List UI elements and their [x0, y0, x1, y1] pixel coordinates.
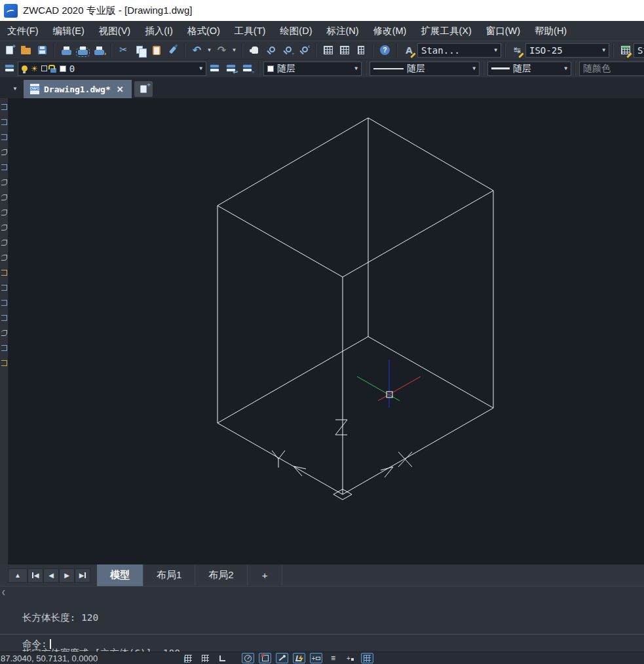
layer-select[interactable]: ☀ 0 ▼ — [18, 62, 206, 76]
linetype-sample — [373, 68, 404, 69]
ducs-toggle-icon[interactable]: + — [310, 653, 322, 663]
app-logo-icon[interactable] — [4, 4, 18, 18]
command-scroll-chevron-icon[interactable]: ❮ — [1, 588, 6, 597]
model-canvas[interactable] — [9, 98, 644, 564]
zoom-window-icon[interactable]: ▫ — [279, 43, 295, 58]
make-layer-current-icon[interactable] — [206, 61, 223, 77]
layer-lock-icon[interactable] — [50, 68, 56, 73]
draw-tool-point-icon[interactable] — [1, 300, 7, 306]
help-icon[interactable]: ? — [377, 43, 393, 58]
plot-export-icon[interactable]: › — [91, 43, 107, 58]
cut-icon[interactable]: ✂ — [115, 43, 132, 58]
dyn-toggle-icon[interactable] — [293, 653, 305, 663]
plot-icon[interactable] — [58, 43, 75, 58]
menu-draw[interactable]: 绘图(D) — [273, 22, 319, 41]
add-layout-icon[interactable]: + — [248, 564, 283, 586]
sheet-set-icon[interactable] — [352, 43, 369, 58]
next-layout-icon[interactable]: ▶ — [59, 568, 75, 583]
menu-format[interactable]: 格式(O) — [180, 22, 227, 41]
text-style-icon[interactable]: A — [401, 43, 417, 58]
tab-model[interactable]: 模型 — [97, 564, 143, 586]
layer-previous-icon[interactable]: ↩ — [223, 61, 239, 77]
table-cells-icon[interactable] — [336, 43, 352, 58]
draw-tool-make-block-icon[interactable] — [1, 285, 7, 291]
draw-tool-insert-block-icon[interactable] — [1, 270, 7, 276]
tab-layout1[interactable]: 布局1 — [143, 564, 195, 586]
draw-tool-region-icon[interactable] — [1, 345, 7, 351]
menu-tools[interactable]: 工具(T) — [227, 22, 273, 41]
linetype-select[interactable]: 随层 ▼ — [369, 62, 480, 76]
osnap-toggle-icon[interactable] — [259, 653, 271, 663]
copy-icon[interactable] — [132, 43, 148, 58]
table-style-icon[interactable] — [617, 43, 634, 58]
menu-modify[interactable]: 修改(M) — [366, 22, 414, 41]
draw-tool-ellipse-icon[interactable] — [1, 240, 7, 246]
quick-properties-toggle-icon[interactable]: + — [344, 653, 356, 663]
snap-toggle-icon[interactable] — [182, 653, 195, 663]
match-properties-icon[interactable] — [164, 43, 181, 58]
color-select[interactable]: 随层 ▼ — [263, 62, 362, 76]
first-layout-icon[interactable]: ◀ — [28, 568, 43, 583]
lineweight-select[interactable]: 随层 ▼ — [487, 62, 571, 76]
prev-layout-icon[interactable]: ◀ — [43, 568, 59, 583]
draw-tool-mtext-icon[interactable] — [1, 360, 7, 366]
command-input-row[interactable]: 命令: — [22, 638, 51, 650]
layer-states-icon[interactable]: ▫ — [239, 61, 256, 77]
draw-tool-revcloud-icon[interactable] — [1, 210, 7, 215]
doc-tab-active[interactable]: DWG Drawing1.dwg* ✕ — [24, 80, 132, 98]
otrack-toggle-icon[interactable] — [276, 653, 288, 663]
menu-express-tools[interactable]: 扩展工具(X) — [413, 22, 478, 41]
draw-tool-line-icon[interactable] — [1, 104, 7, 110]
layer-manager-icon[interactable] — [1, 61, 18, 77]
plot-preview-icon[interactable] — [75, 43, 91, 58]
tab-layout2[interactable]: 布局2 — [195, 564, 247, 586]
draw-tool-polyline-icon[interactable] — [1, 134, 7, 140]
dim-style-icon[interactable]: ↹ — [509, 43, 525, 58]
last-layout-icon[interactable]: ▶ — [75, 568, 90, 583]
menu-insert[interactable]: 插入(I) — [138, 22, 180, 41]
text-style-select[interactable]: Stan...▼ — [417, 43, 501, 58]
polar-toggle-icon[interactable] — [242, 653, 254, 663]
command-window[interactable]: ❮ 长方体长度: 120 指定方体宽度或 [立方体(C)]: 100 长方体高度… — [0, 586, 644, 652]
draw-tool-arc-icon[interactable] — [1, 179, 7, 185]
new-file-icon[interactable]: + — [1, 43, 18, 58]
redo-dropdown-icon[interactable]: ▼ — [230, 43, 238, 58]
paste-icon[interactable] — [148, 43, 164, 58]
doc-tab-close-icon[interactable]: ✕ — [115, 84, 125, 94]
draw-tool-rectangle-icon[interactable] — [1, 164, 7, 170]
layer-on-icon[interactable] — [22, 65, 28, 71]
ortho-toggle-icon[interactable] — [216, 653, 229, 663]
redo-icon[interactable]: ↷ — [214, 43, 230, 58]
menu-help[interactable]: 帮助(H) — [527, 22, 574, 41]
menu-window[interactable]: 窗口(W) — [479, 22, 527, 41]
layer-vp-freeze-icon[interactable] — [41, 65, 47, 71]
save-icon[interactable] — [34, 43, 50, 58]
undo-dropdown-icon[interactable]: ▼ — [205, 43, 214, 58]
zoom-realtime-icon[interactable] — [263, 43, 279, 58]
lineweight-toggle-icon[interactable]: ≡ — [327, 653, 339, 663]
new-doc-tab-icon[interactable]: + — [134, 81, 153, 97]
dim-style-select[interactable]: ISO-25▼ — [525, 43, 609, 58]
draw-tool-polygon-icon[interactable] — [1, 149, 7, 155]
menu-dimension[interactable]: 标注(N) — [319, 22, 366, 41]
layout-popup-icon[interactable]: ▲ — [8, 568, 28, 583]
pan-icon[interactable] — [246, 43, 263, 58]
draw-tool-circle-icon[interactable] — [1, 194, 7, 200]
table-icon[interactable] — [320, 43, 336, 58]
draw-tool-hatch-icon[interactable] — [1, 315, 7, 321]
undo-icon[interactable]: ↶ — [189, 43, 205, 58]
grid-toggle-icon[interactable] — [199, 653, 212, 663]
draw-tool-gradient-icon[interactable] — [1, 330, 7, 336]
draw-tool-spline-icon[interactable] — [1, 225, 7, 231]
open-file-icon[interactable] — [18, 43, 34, 58]
doc-tab-menu-icon[interactable]: ▼ — [9, 81, 21, 98]
menu-view[interactable]: 视图(V) — [92, 22, 138, 41]
workspace-toggle-icon[interactable] — [361, 653, 373, 663]
menu-edit[interactable]: 编辑(E) — [46, 22, 92, 41]
draw-tool-xline-icon[interactable] — [1, 119, 7, 125]
layer-freeze-icon[interactable]: ☀ — [31, 65, 38, 73]
zoom-previous-icon[interactable]: ‹ — [295, 43, 312, 58]
table-style-select[interactable]: Stan...▼ — [634, 43, 644, 58]
menu-file[interactable]: 文件(F) — [0, 22, 46, 41]
draw-tool-ellipse-arc-icon[interactable] — [1, 255, 7, 261]
